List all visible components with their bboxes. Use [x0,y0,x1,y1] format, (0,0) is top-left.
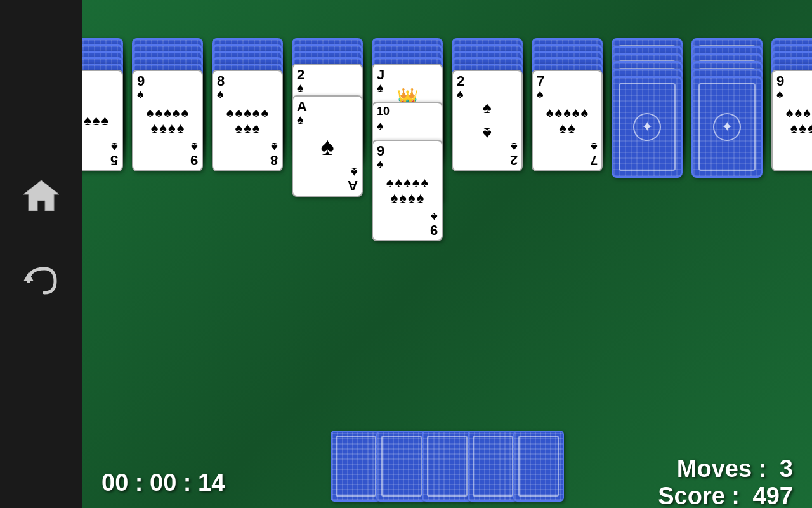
column-4[interactable]: ✦ ✦ ✦ ✦ 2 ♠ ♠ ♠ 2 ♠ A ♠ [290,38,365,121]
column-6[interactable]: ✦ ✦ ✦ ✦ ✦ 2 ♠ ♠ ♠ 2 ♠ [450,38,525,108]
home-button[interactable] [22,178,60,213]
undo-button[interactable] [22,264,60,298]
deck-card-3[interactable] [422,431,473,502]
score-label: Score : [658,483,740,508]
card-2-spades-2[interactable]: 2 ♠ ♠ ♠ 2 ♠ [452,70,523,171]
score-display: Score : 497 [658,483,793,508]
deck-area[interactable] [331,431,564,502]
moves-display: Moves : 3 [658,455,793,483]
deck-card-2[interactable] [376,431,427,502]
deck-card-1[interactable] [331,431,381,502]
column-5[interactable]: ✦ ✦ ✦ ✦ J ♠ 👑 J J ♠ 10 [370,38,445,210]
timer: 00 : 00 : 14 [102,469,225,497]
card-ace-spades[interactable]: A ♠ ♠ A ♠ [292,95,363,197]
svg-marker-0 [23,180,59,211]
card-7-spades[interactable]: 7 ♠ ♠♠ ♠♠ ♠♠ ♠ 7 ♠ [532,70,603,171]
column-2[interactable]: ✦ ✦ ✦ ✦ ✦ 9 ♠ ♠♠♠ ♠♠♠ ♠♠♠ 9 ♠ [130,38,205,108]
column-3[interactable]: ✦ ✦ ✦ ✦ ✦ 8 ♠ ♠♠ ♠♠ ♠♠ ♠♠ 8 ♠ [210,38,285,108]
sidebar [0,0,82,508]
deck-card-5[interactable] [513,431,564,502]
card-9-spades[interactable]: 9 ♠ ♠♠♠ ♠♠♠ ♠♠♠ 9 ♠ [132,70,203,171]
column-10[interactable]: ✦ ✦ ✦ ✦ ✦ 9 ♠ ♠♠♠ ♠♠♠ ♠♠♠ 9 ♠ [769,38,812,108]
card-5-spades[interactable]: 5 ♠ ♠ ♠ ♠ ♠ ♠ 5 ♠ [82,70,123,171]
column-9[interactable]: ✦ ✦ ✦ ✦ ✦ ✦ [690,38,764,108]
moves-label: Moves : [677,455,766,482]
card-9-spades-3[interactable]: 9 ♠ ♠♠♠ ♠♠♠ ♠♠♠ 9 ♠ [771,70,812,171]
column-1[interactable]: ✦ ✦ ✦ ✦ ✦ 5 ♠ ♠ ♠ ♠ ♠ ♠ 5 ♠ [82,38,125,108]
status-bar: 00 : 00 : 14 Moves : 3 Score : 497 [82,457,812,508]
column-8[interactable]: ✦ ✦ ✦ ✦ ✦ ✦ [610,38,684,108]
moves-value: 3 [780,455,793,482]
deck-card-4[interactable] [468,431,518,502]
card-back: ✦ [691,76,763,178]
card-9-spades-2[interactable]: 9 ♠ ♠♠♠ ♠♠♠ ♠♠♠ 9 ♠ [372,140,443,241]
card-8-spades[interactable]: 8 ♠ ♠♠ ♠♠ ♠♠ ♠♠ 8 ♠ [212,70,283,171]
column-7[interactable]: ✦ ✦ ✦ ✦ ✦ 7 ♠ ♠♠ ♠♠ ♠♠ ♠ 7 ♠ [530,38,605,108]
columns-area: ✦ ✦ ✦ ✦ ✦ 5 ♠ ♠ ♠ ♠ ♠ ♠ 5 ♠ [89,38,806,210]
game-area: ✦ ✦ ✦ ✦ ✦ 5 ♠ ♠ ♠ ♠ ♠ ♠ 5 ♠ [82,0,812,508]
card-back: ✦ [612,76,683,178]
score-moves: Moves : 3 Score : 497 [658,455,793,508]
score-value: 497 [753,483,793,508]
